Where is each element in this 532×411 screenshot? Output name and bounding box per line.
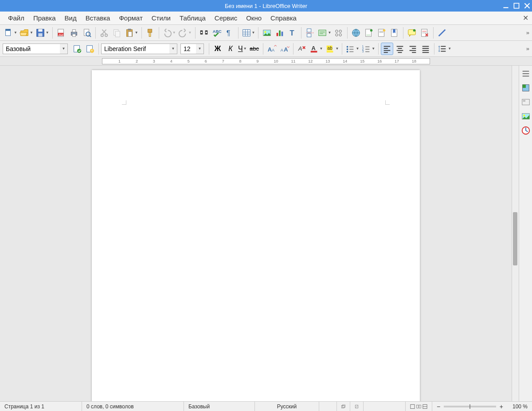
svg-text:A: A	[272, 47, 275, 52]
clear-formatting-button[interactable]: A	[296, 43, 308, 55]
font-color-button[interactable]: A▼	[309, 43, 324, 55]
svg-rect-49	[319, 30, 326, 36]
svg-text:A: A	[311, 44, 315, 51]
horizontal-ruler[interactable]: 123456789101112131415161718	[0, 57, 532, 66]
menu-view[interactable]: Вид	[60, 12, 81, 24]
status-view-layout[interactable]	[406, 402, 432, 411]
undo-button[interactable]: ▼	[161, 27, 177, 39]
menu-help[interactable]: Справка	[266, 12, 301, 24]
sidebar-page-icon[interactable]	[520, 125, 531, 136]
status-insert-mode[interactable]	[319, 402, 337, 411]
svg-rect-7	[38, 29, 42, 32]
align-right-button[interactable]	[407, 43, 419, 55]
toolbar-overflow-button[interactable]: »	[526, 29, 529, 36]
menu-format[interactable]: Формат	[114, 12, 147, 24]
bullet-list-button[interactable]: ▼	[344, 43, 360, 55]
cut-button[interactable]	[98, 27, 110, 39]
status-selection-mode[interactable]	[337, 402, 350, 411]
strikethrough-button[interactable]: abc	[248, 43, 261, 55]
svg-rect-87	[326, 51, 333, 52]
toolbar-overflow-button-2[interactable]: »	[526, 45, 529, 52]
highlight-color-button[interactable]: ab▼	[325, 43, 340, 55]
insert-page-break-button[interactable]	[304, 27, 316, 39]
underline-button[interactable]: Ч▼	[237, 43, 248, 55]
insert-field-button[interactable]: ▼	[317, 27, 332, 39]
insert-endnote-button[interactable]	[376, 27, 388, 39]
svg-text:A: A	[297, 45, 302, 51]
maximize-button[interactable]	[513, 3, 520, 9]
spellcheck-button[interactable]: ABC	[211, 27, 223, 39]
copy-button[interactable]	[111, 27, 123, 39]
svg-rect-25	[128, 28, 131, 30]
numbered-list-button[interactable]: 123▼	[360, 43, 376, 55]
svg-text:T: T	[290, 28, 294, 36]
svg-rect-130	[343, 405, 345, 407]
sidebar-styles-icon[interactable]	[520, 83, 531, 93]
insert-table-button[interactable]: ▼	[241, 27, 256, 39]
svg-text:¶: ¶	[226, 28, 230, 36]
update-style-button[interactable]	[71, 43, 83, 55]
decrease-font-button[interactable]: AA	[278, 43, 291, 55]
align-center-button[interactable]	[394, 43, 406, 55]
insert-footnote-button[interactable]	[363, 27, 375, 39]
menu-tools[interactable]: Сервис	[210, 12, 242, 24]
svg-rect-1	[514, 3, 519, 8]
menu-table[interactable]: Таблица	[175, 12, 210, 24]
status-zoom-slider[interactable]: − +	[432, 402, 508, 411]
print-button[interactable]	[68, 27, 80, 39]
insert-chart-button[interactable]	[274, 27, 286, 39]
hyperlink-button[interactable]	[350, 27, 362, 39]
font-size-combo[interactable]: 12▼	[180, 43, 196, 54]
status-word-count[interactable]: 0 слов, 0 символов	[82, 402, 184, 411]
sidebar-properties-icon[interactable]	[520, 68, 531, 79]
sidebar-navigator-icon[interactable]	[520, 111, 531, 122]
redo-button[interactable]: ▼	[177, 27, 193, 39]
paragraph-style-combo[interactable]: Базовый▼	[3, 43, 60, 54]
insert-special-char-button[interactable]	[332, 27, 345, 39]
svg-rect-44	[282, 32, 283, 36]
font-name-combo[interactable]: Liberation Serif▼	[101, 43, 170, 54]
minimize-button[interactable]	[503, 3, 509, 9]
clone-formatting-button[interactable]	[144, 27, 156, 39]
status-zoom-value[interactable]: 100 %	[508, 402, 532, 411]
insert-image-button[interactable]	[261, 27, 273, 39]
menu-insert[interactable]: Вставка	[81, 12, 115, 24]
insert-comment-button[interactable]	[406, 27, 418, 39]
align-left-button[interactable]	[381, 43, 393, 55]
menu-file[interactable]: Файл	[4, 12, 29, 24]
status-signature[interactable]	[350, 402, 364, 411]
new-button[interactable]: ▼	[3, 27, 18, 39]
insert-bookmark-button[interactable]	[388, 27, 401, 39]
formatting-marks-button[interactable]: ¶	[223, 27, 236, 39]
export-pdf-button[interactable]: PDF	[55, 27, 67, 39]
line-spacing-button[interactable]: ▼	[437, 43, 452, 55]
align-justify-button[interactable]	[419, 43, 432, 55]
find-replace-button[interactable]	[198, 27, 210, 39]
menu-window[interactable]: Окно	[242, 12, 266, 24]
document-canvas[interactable]	[0, 66, 512, 401]
page[interactable]	[92, 70, 420, 401]
paste-button[interactable]: ▼	[124, 27, 139, 39]
new-style-button[interactable]: +	[84, 43, 96, 55]
svg-rect-133	[417, 405, 419, 408]
status-page-style[interactable]: Базовый	[184, 402, 255, 411]
increase-font-button[interactable]: AA	[266, 43, 278, 55]
open-button[interactable]: ▼	[19, 27, 34, 39]
close-document-button[interactable]: ✕	[523, 14, 528, 22]
draw-functions-button[interactable]	[436, 27, 448, 39]
insert-textbox-button[interactable]: T	[286, 27, 299, 39]
status-page[interactable]: Страница 1 из 1	[0, 402, 82, 411]
svg-rect-23	[115, 31, 120, 37]
svg-point-89	[347, 48, 348, 50]
menu-edit[interactable]: Правка	[29, 12, 60, 24]
status-language[interactable]: Русский	[255, 402, 319, 411]
track-changes-button[interactable]	[419, 27, 431, 39]
bold-button[interactable]: Ж	[211, 43, 224, 55]
save-button[interactable]: ▼	[35, 27, 50, 39]
italic-button[interactable]: К	[224, 43, 237, 55]
menu-styles[interactable]: Стили	[147, 12, 175, 24]
print-preview-button[interactable]	[81, 27, 93, 39]
vertical-scrollbar[interactable]	[512, 66, 519, 401]
close-button[interactable]	[524, 3, 530, 9]
sidebar-gallery-icon[interactable]	[520, 97, 531, 107]
